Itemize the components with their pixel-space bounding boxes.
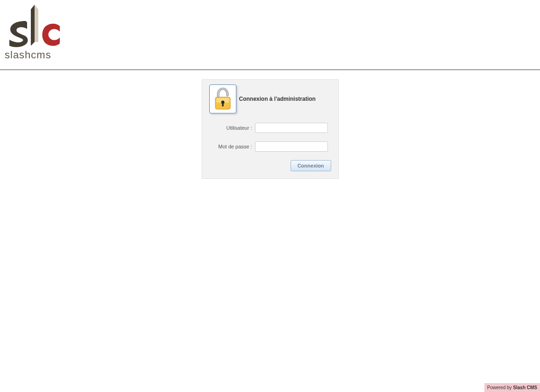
svg-text:slashcms: slashcms	[5, 49, 51, 61]
password-input[interactable]	[255, 141, 328, 152]
svg-rect-6	[222, 103, 223, 106]
login-title: Connexion à l'administration	[239, 96, 316, 102]
password-label: Mot de passe :	[209, 144, 255, 149]
password-row: Mot de passe :	[209, 141, 331, 152]
svg-marker-1	[35, 5, 38, 42]
header: slashcms	[0, 0, 540, 70]
footer: Powered by Slash CMS	[484, 383, 540, 392]
user-label: Utilisateur :	[209, 125, 255, 131]
svg-marker-0	[31, 5, 35, 46]
login-panel: Connexion à l'administration Utilisateur…	[202, 79, 339, 179]
brand-logo: slashcms	[5, 5, 65, 61]
footer-brand: Slash CMS	[513, 385, 537, 390]
user-row: Utilisateur :	[209, 123, 331, 133]
slashcms-logo-icon: slashcms	[5, 5, 65, 61]
submit-row: Connexion	[209, 160, 331, 171]
submit-button[interactable]: Connexion	[291, 160, 331, 171]
user-input[interactable]	[255, 123, 328, 133]
login-header: Connexion à l'administration	[209, 84, 331, 113]
footer-prefix: Powered by	[487, 385, 513, 390]
lock-icon	[209, 84, 236, 113]
